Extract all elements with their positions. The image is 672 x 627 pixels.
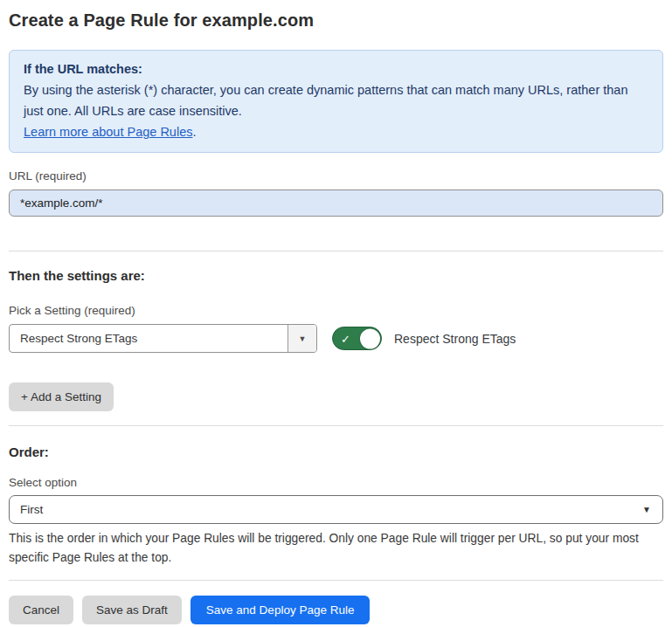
save-draft-button[interactable]: Save as Draft xyxy=(82,596,182,624)
url-match-info-box: If the URL matches: By using the asteris… xyxy=(9,50,663,153)
url-label: URL (required) xyxy=(9,169,663,183)
order-select[interactable]: First ▼ xyxy=(9,495,663,524)
divider xyxy=(9,425,663,426)
divider xyxy=(9,251,663,251)
order-select-value: First xyxy=(10,503,642,516)
chevron-down-icon[interactable]: ▼ xyxy=(288,325,316,352)
order-select-label: Select option xyxy=(9,476,663,489)
settings-section-heading: Then the settings are: xyxy=(9,268,663,283)
divider xyxy=(9,580,663,581)
learn-more-link[interactable]: Learn more about Page Rules xyxy=(24,125,192,139)
link-period: . xyxy=(192,125,196,139)
setting-toggle[interactable]: ✓ xyxy=(332,327,382,350)
page-rule-form: Create a Page Rule for example.com If th… xyxy=(0,0,672,627)
form-actions: Cancel Save as Draft Save and Deploy Pag… xyxy=(9,596,663,624)
cancel-button[interactable]: Cancel xyxy=(9,596,73,624)
info-box-body: By using the asterisk (*) character, you… xyxy=(24,79,648,121)
add-setting-button[interactable]: + Add a Setting xyxy=(9,382,114,411)
setting-select-value: Respect Strong ETags xyxy=(10,325,288,352)
toggle-knob xyxy=(360,328,380,348)
info-box-link-line: Learn more about Page Rules. xyxy=(24,121,648,142)
order-help-text: This is the order in which your Page Rul… xyxy=(9,529,663,568)
info-box-heading: If the URL matches: xyxy=(24,59,648,79)
chevron-down-icon: ▼ xyxy=(642,505,662,514)
save-deploy-button[interactable]: Save and Deploy Page Rule xyxy=(191,596,371,624)
order-section-heading: Order: xyxy=(9,444,663,459)
setting-row: Respect Strong ETags ▼ ✓ Respect Strong … xyxy=(9,324,663,353)
toggle-label: Respect Strong ETags xyxy=(394,332,516,346)
url-input[interactable] xyxy=(9,189,663,217)
setting-select[interactable]: Respect Strong ETags ▼ xyxy=(9,324,317,353)
page-title: Create a Page Rule for example.com xyxy=(9,10,663,31)
pick-setting-label: Pick a Setting (required) xyxy=(9,304,663,317)
check-icon: ✓ xyxy=(341,332,350,345)
